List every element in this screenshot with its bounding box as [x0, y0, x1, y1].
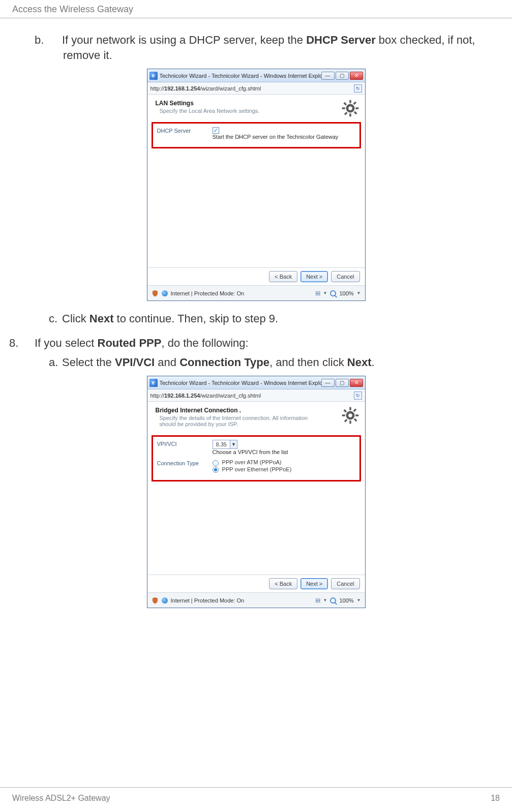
step-8-text-1: If you select: [35, 337, 98, 349]
dhcp-server-row: DHCP Server ✓ Start the DHCP server on t…: [157, 127, 355, 140]
address-refresh-icon-2[interactable]: ↻: [354, 392, 362, 400]
step-8a-text-4: .: [372, 356, 375, 369]
shield-icon: [152, 290, 159, 297]
address-refresh-icon[interactable]: ↻: [354, 84, 362, 93]
footer-page-number: 18: [491, 794, 500, 803]
ie-favicon-icon: [149, 72, 158, 80]
svg-rect-16: [353, 409, 356, 412]
svg-rect-10: [349, 407, 351, 410]
svg-rect-4: [355, 108, 358, 109]
dhcp-server-hint: Start the DHCP server on the Technicolor…: [213, 134, 339, 140]
zoom-level: 100%: [339, 290, 353, 296]
zoom-icon[interactable]: [330, 290, 336, 296]
status-protected-mode: Internet | Protected Mode: On: [171, 290, 245, 296]
step-8a-text-1: Select the: [62, 356, 115, 369]
url-path-2: /wizard/wizard_cfg.shtml: [200, 393, 261, 399]
step-8: 8.If you select Routed PPP, do the follo…: [22, 336, 500, 351]
step-7b-marker: b.: [49, 33, 62, 48]
svg-rect-7: [353, 102, 356, 105]
svg-rect-11: [349, 421, 351, 424]
next-button[interactable]: Next >: [300, 271, 328, 282]
step-8a: a.Select the VPI/VCI and Connection Type…: [49, 355, 500, 370]
svg-rect-2: [349, 114, 351, 117]
ie-url[interactable]: http://192.168.1.254/wizard/wizard_cfg.s…: [150, 85, 354, 92]
ie-window-title-2: Technicolor Wizard - Technicolor Wizard …: [160, 380, 321, 386]
radio-pppoe-label: PPP over Ethernet (PPPoE): [222, 466, 292, 472]
svg-rect-15: [353, 418, 357, 422]
close-button-2[interactable]: ✕: [350, 379, 363, 387]
gear-icon: [342, 100, 359, 118]
ie-url-2[interactable]: http://192.168.1.254/wizard/wizard_cfg.s…: [150, 393, 354, 399]
maximize-button-2[interactable]: ▢: [336, 379, 349, 387]
back-button[interactable]: < Back: [269, 271, 297, 282]
url-path: /wizard/wizard_cfg.shtml: [200, 85, 261, 92]
radio-pppoa[interactable]: [213, 460, 219, 466]
zoom-dropdown-icon[interactable]: ▼: [357, 291, 361, 295]
connection-type-row: Connection Type PPP over ATM (PPPoA) PPP…: [157, 459, 355, 472]
screenshot-lan-settings: Technicolor Wizard - Technicolor Wizard …: [147, 69, 366, 301]
highlight-box-dhcp: DHCP Server ✓ Start the DHCP server on t…: [152, 122, 361, 148]
zoom-dropdown-icon-2[interactable]: ▼: [357, 598, 361, 603]
gear-icon-2: [342, 407, 359, 425]
wizard-buttons-2: < Back Next > Cancel: [147, 575, 365, 592]
globe-icon-2: [162, 597, 168, 604]
svg-point-0: [347, 105, 353, 111]
svg-rect-3: [342, 108, 345, 109]
page-header: Access the Wireless Gateway: [0, 0, 512, 18]
next-button-2[interactable]: Next >: [300, 578, 328, 589]
step-7b-text-1: If your network is using a DHCP server, …: [62, 34, 306, 46]
close-button[interactable]: ✕: [350, 72, 363, 80]
minimize-button[interactable]: —: [321, 72, 335, 80]
step-8a-bold-2: Connection Type: [179, 356, 269, 369]
lan-settings-subtitle: Specify the Local Area Network settings.: [160, 108, 322, 114]
status-protected-mode-2: Internet | Protected Mode: On: [171, 597, 245, 604]
ie-titlebar: Technicolor Wizard - Technicolor Wizard …: [147, 69, 365, 82]
page-footer: Wireless ADSL2+ Gateway 18: [0, 787, 512, 803]
url-host: 192.168.1.254: [164, 85, 200, 92]
dropdown-icon[interactable]: ▼: [323, 291, 327, 295]
step-7c-marker: c.: [49, 311, 62, 326]
cancel-button[interactable]: Cancel: [331, 271, 359, 282]
ie-status-bar: Internet | Protected Mode: On ▤ ▼ 100% ▼: [147, 285, 365, 300]
dhcp-server-checkbox[interactable]: ✓: [213, 127, 219, 134]
svg-rect-1: [349, 100, 351, 103]
svg-rect-6: [353, 111, 357, 115]
zoom-icon-2[interactable]: [330, 597, 336, 604]
step-7c-text-1: Click: [62, 312, 89, 325]
dhcp-server-label: DHCP Server: [157, 127, 205, 134]
svg-rect-17: [344, 419, 347, 423]
zoom-level-2: 100%: [339, 597, 353, 604]
step-8a-bold-1: VPI/VCI: [115, 356, 155, 369]
back-button-2[interactable]: < Back: [269, 578, 297, 589]
dropdown-icon-2[interactable]: ▼: [323, 598, 327, 603]
bridged-title: Bridged Internet Connection .: [156, 407, 357, 414]
step-8-bold: Routed PPP: [98, 337, 162, 349]
radio-pppoe-row[interactable]: PPP over Ethernet (PPPoE): [213, 466, 292, 473]
maximize-button[interactable]: ▢: [336, 72, 349, 80]
highlight-box-vpivci: VPI/VCI 8.35 ▼ Choose a VPI/VCI from the…: [152, 435, 361, 481]
vpivci-value: 8.35: [213, 441, 230, 447]
vpivci-select[interactable]: 8.35 ▼: [213, 440, 237, 449]
svg-rect-5: [343, 102, 347, 106]
step-8-text-2: , do the following:: [161, 337, 248, 349]
globe-icon: [162, 290, 168, 296]
window-buttons: — ▢ ✕: [321, 72, 363, 80]
page-tools-icon-2[interactable]: ▤: [315, 597, 320, 604]
page-content: b.If your network is using a DHCP server…: [0, 18, 512, 608]
step-8-marker: 8.: [22, 336, 35, 351]
step-8a-text-3: , and then click: [269, 356, 347, 369]
minimize-button-2[interactable]: —: [321, 379, 335, 387]
radio-pppoe[interactable]: [213, 467, 219, 473]
url-host-2: 192.168.1.254: [164, 393, 200, 399]
window-buttons-2: — ▢ ✕: [321, 379, 363, 387]
ie-address-bar-2: http://192.168.1.254/wizard/wizard_cfg.s…: [147, 389, 365, 402]
page-header-title: Access the Wireless Gateway: [12, 4, 133, 14]
ie-favicon-icon-2: [149, 379, 158, 387]
step-8a-marker: a.: [49, 355, 62, 370]
page-tools-icon[interactable]: ▤: [315, 290, 320, 296]
cancel-button-2[interactable]: Cancel: [331, 578, 359, 589]
wizard-buttons: < Back Next > Cancel: [147, 267, 365, 285]
radio-pppoa-row[interactable]: PPP over ATM (PPPoA): [213, 459, 292, 466]
ie-status-bar-2: Internet | Protected Mode: On ▤ ▼ 100% ▼: [147, 592, 365, 608]
ie-client-area: LAN Settings Specify the Local Area Netw…: [147, 95, 365, 267]
